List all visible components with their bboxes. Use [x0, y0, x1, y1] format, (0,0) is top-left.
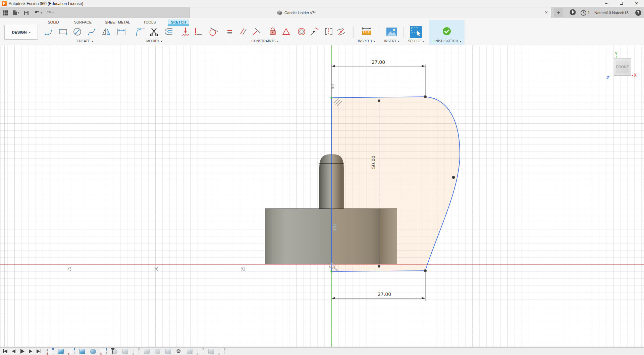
concentric-constraint-icon[interactable]: [296, 26, 307, 37]
viewcube[interactable]: Y FRONT X Z: [600, 51, 644, 83]
sketch-point[interactable]: [424, 269, 427, 272]
insert-group-label[interactable]: INSERT ▾: [384, 39, 399, 43]
midpoint-constraint-icon[interactable]: [280, 26, 292, 37]
sketch-profile-fill[interactable]: [331, 97, 460, 271]
timeline-feature-sk[interactable]: [101, 349, 107, 354]
fillet-tool-icon[interactable]: [135, 26, 146, 37]
fix-constraint-icon[interactable]: [267, 26, 278, 37]
equal-constraint-icon[interactable]: [224, 26, 235, 37]
go-to-start-button[interactable]: [3, 349, 8, 354]
symmetry-constraint-icon[interactable]: [323, 26, 334, 37]
undo-button[interactable]: ▾: [34, 10, 42, 15]
timeline-feature-sk[interactable]: [219, 349, 225, 354]
timeline-feature-ex[interactable]: [122, 349, 128, 354]
tangent-constraint-icon[interactable]: [208, 26, 219, 37]
coincident-marker[interactable]: [331, 271, 332, 272]
collinear-constraint-icon[interactable]: [309, 26, 320, 37]
mirror-tool-icon[interactable]: [101, 26, 112, 37]
ribbon-toolbar: DESIGN ▾ SOLID SURFACE SHEET METAL TOOLS…: [0, 18, 644, 45]
file-icon: [12, 10, 17, 15]
timeline-feature-ex[interactable]: [79, 349, 85, 354]
modify-group-label[interactable]: MODIFY ▾: [146, 39, 162, 43]
sketch-canvas[interactable]: 75 50 25 27.00 50 50.00: [0, 45, 644, 347]
perpendicular-constraint-icon[interactable]: [251, 26, 263, 37]
scene-svg: 75 50 25 27.00 50 50.00: [0, 45, 644, 347]
timeline-feature-rev[interactable]: [90, 349, 96, 354]
timeline-feature-sk[interactable]: [198, 349, 203, 354]
select-tool-icon[interactable]: [410, 26, 422, 38]
username-button[interactable]: Natecb13 Natecb13: [594, 11, 629, 15]
curvature-constraint-icon[interactable]: [335, 26, 347, 37]
ribbon-divider: [131, 26, 131, 38]
timeline-feature-sk[interactable]: [69, 349, 74, 354]
coincident-constraint-icon[interactable]: [180, 26, 191, 37]
offset-tool-icon[interactable]: [163, 26, 174, 37]
parallel-constraint-icon[interactable]: [237, 26, 249, 37]
circle-tool-icon[interactable]: [72, 26, 83, 37]
sketch-point[interactable]: [452, 176, 455, 179]
timeline-feature-ex[interactable]: [58, 349, 64, 354]
maximize-icon: [620, 2, 623, 5]
tab-solid[interactable]: SOLID: [45, 19, 62, 25]
close-tab-button[interactable]: ✕: [545, 10, 548, 15]
step-back-button[interactable]: [11, 349, 16, 354]
insert-image-icon[interactable]: [386, 26, 398, 37]
viewcube-front-face[interactable]: FRONT: [614, 58, 631, 76]
timeline-position-marker[interactable]: [111, 348, 115, 354]
new-tab-button[interactable]: +: [554, 8, 563, 17]
app-grid-button[interactable]: [3, 10, 8, 15]
help-button[interactable]: ?: [635, 10, 641, 16]
rectangle-tool-icon[interactable]: [58, 26, 69, 37]
timeline-marker-triangle: [111, 348, 115, 351]
dimension-bottom[interactable]: 27.00: [331, 292, 425, 300]
close-window-button[interactable]: ✕: [629, 0, 644, 7]
timeline-feature-ex[interactable]: [208, 349, 214, 354]
maximize-button[interactable]: [614, 0, 629, 7]
redo-button[interactable]: ▾: [46, 10, 54, 15]
finish-sketch-label[interactable]: FINISH SKETCH ▾: [433, 39, 461, 43]
tab-surface[interactable]: SURFACE: [71, 19, 95, 25]
finish-sketch-icon[interactable]: [441, 26, 452, 37]
spline-tool-icon[interactable]: [87, 26, 98, 37]
measure-tool-icon[interactable]: [361, 26, 373, 37]
step-forward-button[interactable]: [28, 349, 33, 354]
viewcube-x-axis-tick: [632, 75, 633, 76]
tab-sheet-metal[interactable]: SHEET METAL: [102, 19, 133, 25]
inspect-group-label[interactable]: INSPECT ▾: [358, 39, 375, 43]
play-button[interactable]: [19, 349, 25, 354]
coincident-marker[interactable]: [331, 97, 332, 99]
job-status-button[interactable]: 1: [581, 10, 590, 16]
timeline-feature-rev[interactable]: [155, 349, 160, 354]
minimize-button[interactable]: –: [599, 0, 614, 7]
horizontal-vertical-constraint-icon[interactable]: [192, 26, 204, 37]
timeline-feature-sk[interactable]: [47, 349, 53, 354]
dimension-top[interactable]: 27.00: [331, 59, 425, 68]
trim-tool-icon[interactable]: [149, 26, 160, 37]
extensions-button[interactable]: [570, 9, 576, 17]
save-button[interactable]: [24, 10, 29, 15]
line-tool-icon[interactable]: [43, 26, 55, 37]
clock-icon: [581, 10, 586, 16]
sketch-dimension-icon[interactable]: [116, 26, 127, 37]
file-menu-button[interactable]: ▾: [12, 10, 19, 15]
timeline-feature-sk[interactable]: [133, 349, 139, 354]
timeline-feature-ex[interactable]: [165, 349, 171, 354]
go-to-end-button[interactable]: [36, 349, 42, 354]
sketch-point[interactable]: [424, 95, 427, 98]
grid-label-25: 25: [241, 266, 246, 271]
timeline-feature-ex[interactable]: [144, 349, 150, 354]
constraints-group-label[interactable]: CONSTRAINTS ▾: [252, 39, 278, 43]
workspace-selector[interactable]: DESIGN ▾: [4, 25, 38, 40]
tab-tools[interactable]: TOOLS: [140, 19, 159, 25]
timeline-feature-gear[interactable]: [176, 349, 182, 354]
document-tab[interactable]: Candle Holder v7* ✕: [190, 7, 552, 18]
grid-label-75: 75: [67, 266, 72, 271]
timeline-feature-ex[interactable]: [187, 349, 193, 354]
dim-height-value[interactable]: 50.00: [371, 156, 376, 169]
select-group-label[interactable]: SELECT ▾: [408, 39, 424, 43]
dim-top-value[interactable]: 27.00: [372, 59, 385, 65]
ribbon-divider: [353, 26, 354, 38]
dim-bottom-value[interactable]: 27.00: [378, 292, 391, 297]
tab-sketch[interactable]: SKETCH: [168, 19, 189, 26]
create-group-label[interactable]: CREATE ▾: [77, 39, 93, 43]
